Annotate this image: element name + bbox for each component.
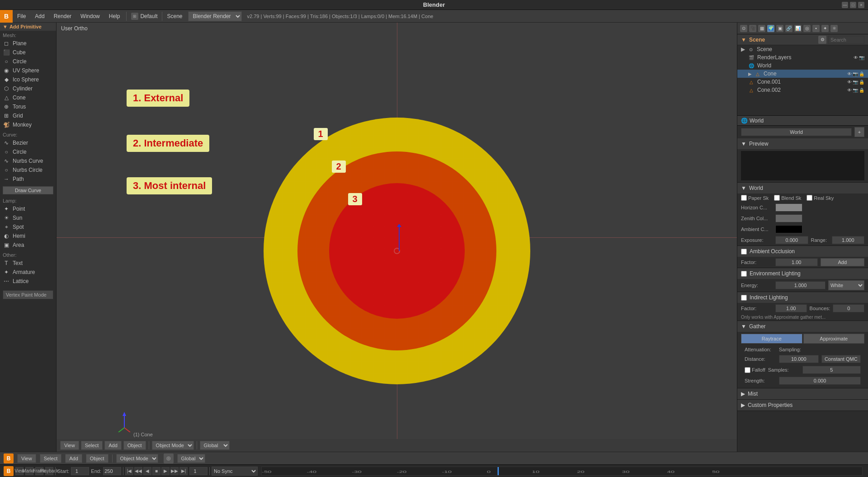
- sidebar-item-text[interactable]: T Text: [0, 259, 56, 268]
- ao-header[interactable]: Ambient Occlusion: [737, 246, 868, 257]
- status-select[interactable]: Select: [40, 454, 62, 463]
- playback-btn[interactable]: Playback: [45, 467, 53, 475]
- cone002-eye[interactable]: 👁: [847, 88, 852, 93]
- window-buttons[interactable]: — □ ×: [842, 2, 864, 8]
- cone002-render[interactable]: 📷: [853, 88, 858, 93]
- menu-help[interactable]: Help: [104, 10, 125, 23]
- status-object[interactable]: Object: [86, 454, 108, 463]
- rp-world-icon[interactable]: 🌍: [767, 25, 774, 32]
- stop-btn[interactable]: ■: [152, 467, 160, 475]
- prev-frame-btn[interactable]: ◀◀: [134, 467, 142, 475]
- gather-distance[interactable]: 10.000: [779, 355, 819, 363]
- play-btn[interactable]: ▶: [161, 467, 170, 475]
- rp-layers-icon[interactable]: ▦: [758, 25, 765, 32]
- blend-sky-label[interactable]: Blend Sk: [774, 195, 801, 201]
- menu-render[interactable]: Render: [49, 10, 76, 23]
- sync-select[interactable]: No Sync Frame Dropping AV-sync: [212, 467, 258, 476]
- sidebar-item-area[interactable]: ▣ Area: [0, 241, 56, 250]
- end-frame-input[interactable]: [103, 467, 121, 475]
- start-frame-input[interactable]: [71, 467, 89, 475]
- object-mode-select[interactable]: Object Mode Edit Mode Sculpt Mode Vertex…: [152, 441, 194, 450]
- env-color-select[interactable]: White Sky Color Sky Texture: [828, 280, 864, 290]
- rp-render-icon[interactable]: 🎥: [749, 25, 756, 32]
- sidebar-item-torus[interactable]: ⊕ Torus: [0, 102, 56, 111]
- cone-eye[interactable]: 👁: [847, 71, 852, 76]
- ao-factor[interactable]: 1.00: [775, 258, 818, 266]
- maximize-button[interactable]: □: [850, 2, 856, 8]
- world-new-btn[interactable]: +: [854, 127, 864, 137]
- outliner-renderlayers[interactable]: 🎬 RenderLayers 👁 📷: [737, 53, 868, 61]
- sidebar-item-plane[interactable]: ◻ Plane: [0, 39, 56, 48]
- ao-add-btn[interactable]: Add: [821, 258, 865, 266]
- renderlayers-eye[interactable]: 👁: [854, 55, 858, 60]
- gather-strength[interactable]: 0.000: [779, 377, 861, 385]
- rp-particles-icon[interactable]: ✦: [821, 25, 829, 32]
- engine-select[interactable]: Blender Render Blender Game Cycles Rende…: [188, 11, 242, 21]
- sidebar-item-ico-sphere[interactable]: ◆ Ico Sphere: [0, 75, 56, 84]
- custom-props-header[interactable]: ▶ Custom Properties: [737, 400, 868, 411]
- rp-object-icon[interactable]: ▣: [776, 25, 783, 32]
- outliner-filter[interactable]: ⚙: [818, 36, 826, 44]
- global-select[interactable]: Global Local: [177, 454, 205, 463]
- indirect-bounces[interactable]: 0: [833, 304, 864, 312]
- menu-add[interactable]: Add: [30, 10, 49, 23]
- outliner-search[interactable]: [828, 36, 864, 44]
- sidebar-item-cube[interactable]: ⬛ Cube: [0, 48, 56, 57]
- gather-header[interactable]: ▼ Gather: [737, 321, 868, 332]
- indirect-factor[interactable]: 1.00: [775, 304, 807, 312]
- draw-curve-button[interactable]: Draw Curve: [3, 186, 53, 194]
- rp-constraints-icon[interactable]: 🔗: [785, 25, 793, 32]
- add-primitive-title[interactable]: ▼Add Primitive: [0, 23, 56, 31]
- sidebar-item-path[interactable]: → Path: [0, 175, 56, 184]
- rp-physics-icon[interactable]: ⚛: [830, 25, 838, 32]
- vertex-paint-mode[interactable]: Vertex Paint Mode: [3, 290, 53, 299]
- marker-btn[interactable]: Marker: [25, 467, 33, 475]
- sidebar-item-sun[interactable]: ☀ Sun: [0, 213, 56, 222]
- jump-end-btn[interactable]: ▶|: [179, 467, 188, 475]
- falloff-checkbox[interactable]: [745, 367, 750, 373]
- world-section-header[interactable]: ▼ World: [737, 183, 868, 194]
- viewport-3d[interactable]: User Ortho 1 2 3 1. External: [57, 23, 737, 452]
- gather-method[interactable]: Constant QMC: [821, 355, 861, 363]
- sidebar-item-armature[interactable]: ✦ Armature: [0, 268, 56, 277]
- indirect-lighting-header[interactable]: Indirect Lighting: [737, 292, 868, 303]
- env-energy[interactable]: 1.000: [775, 281, 826, 289]
- sidebar-item-nurbs-circle[interactable]: ○ Nurbs Circle: [0, 165, 56, 175]
- rp-texture-icon[interactable]: ▪: [812, 25, 820, 32]
- env-lighting-checkbox[interactable]: [741, 271, 747, 277]
- object-button[interactable]: Object: [123, 441, 146, 450]
- world-name-field[interactable]: World: [741, 128, 852, 136]
- exposure-value[interactable]: 0.000: [775, 236, 808, 244]
- blend-sky-check[interactable]: [774, 195, 780, 201]
- rp-scene-icon[interactable]: ⊙: [740, 25, 747, 32]
- jump-start-btn[interactable]: |◀: [125, 467, 133, 475]
- real-sky-check[interactable]: [807, 195, 812, 201]
- add-button[interactable]: Add: [104, 441, 122, 450]
- outliner-world[interactable]: 🌐 World: [737, 61, 868, 70]
- minimize-button[interactable]: —: [842, 2, 848, 8]
- select-button[interactable]: Select: [81, 441, 103, 450]
- sidebar-item-hemi[interactable]: ◐ Hemi: [0, 231, 56, 241]
- paper-sky-label[interactable]: Paper Sk: [741, 195, 769, 201]
- play-reverse-btn[interactable]: ◀: [143, 467, 151, 475]
- sidebar-item-curve-circle[interactable]: ○ Circle: [0, 147, 56, 156]
- cone-render[interactable]: 📷: [853, 71, 858, 76]
- sidebar-item-cylinder[interactable]: ⬡ Cylinder: [0, 84, 56, 93]
- menu-window[interactable]: Window: [76, 10, 104, 23]
- cone001-eye[interactable]: 👁: [847, 80, 852, 85]
- mist-header[interactable]: ▶ Mist: [737, 388, 868, 399]
- range-value[interactable]: 1.000: [832, 236, 865, 244]
- status-add[interactable]: Add: [65, 454, 82, 463]
- statusbar-logo[interactable]: B: [4, 453, 14, 463]
- gather-raytrace-tab[interactable]: Raytrace: [741, 334, 802, 344]
- sidebar-item-spot[interactable]: ⌖ Spot: [0, 222, 56, 231]
- menu-file[interactable]: File: [13, 10, 30, 23]
- preview-header[interactable]: ▼ Preview: [737, 138, 868, 149]
- falloff-label[interactable]: Falloff: [745, 367, 765, 373]
- outliner-cone[interactable]: ▶ △ Cone 👁 📷 🔒: [737, 70, 868, 78]
- next-frame-btn[interactable]: ▶▶: [170, 467, 179, 475]
- cone001-render[interactable]: 📷: [853, 80, 858, 85]
- rp-data-icon[interactable]: 📊: [794, 25, 802, 32]
- ao-checkbox[interactable]: [741, 249, 747, 255]
- gather-samples[interactable]: 5: [802, 366, 861, 374]
